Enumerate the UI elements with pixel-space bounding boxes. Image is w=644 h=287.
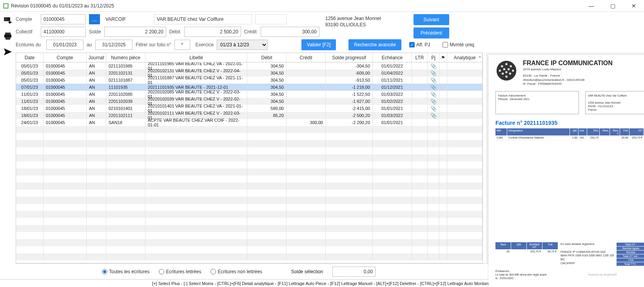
valider-button[interactable]: Valider [F2] xyxy=(301,39,336,50)
col-analytique[interactable]: Analytique▾ xyxy=(447,53,483,62)
mvmte-checkbox[interactable]: Mvmté uniq. xyxy=(443,42,475,48)
table-row[interactable] xyxy=(16,147,483,154)
debit-label: Débit xyxy=(169,29,181,35)
table-row[interactable] xyxy=(16,168,483,175)
check-icon: ✓ xyxy=(409,42,415,48)
table-row[interactable]: 24/01/2301000045ANSAN18ACPTE VAR BEAUTE … xyxy=(16,119,483,126)
attachment-icon[interactable]: 📎 xyxy=(430,70,437,76)
attachment-icon[interactable]: 📎 xyxy=(430,91,437,97)
svg-rect-1 xyxy=(4,4,8,7)
close-button[interactable]: ✕ xyxy=(629,1,639,11)
code-field xyxy=(103,14,151,24)
svg-point-8 xyxy=(505,63,508,65)
col-debit[interactable]: Débit xyxy=(247,53,287,62)
header-row-3: Ecritures du au Filtrer sur folio n° Exe… xyxy=(16,39,644,50)
company-logo-icon xyxy=(495,60,517,82)
table-row[interactable] xyxy=(16,211,483,218)
document-preview[interactable]: FRANCE IP COMMUNICATION 1073 avenue Loui… xyxy=(488,55,644,287)
svg-point-10 xyxy=(510,65,512,68)
table-row[interactable] xyxy=(16,190,483,197)
attachment-icon[interactable]: 📎 xyxy=(430,84,437,90)
table-row[interactable] xyxy=(16,175,483,183)
radio-nonlettrees[interactable]: Ecritures non lettrées xyxy=(210,269,262,274)
header-row-2: Collectif Solde Débit Crédit xyxy=(16,27,644,37)
uncheck-icon xyxy=(443,42,448,48)
table-row[interactable]: 05/01/2301000045AN021110188720211101887 … xyxy=(16,77,483,84)
titlebar: Révision 01000045 du 01/01/2023 au 31/12… xyxy=(0,0,644,12)
col-flag[interactable]: ⚑ xyxy=(439,53,447,62)
grid-header: Date Compte Journal▾ Numéro pièce Libell… xyxy=(16,53,483,62)
compte-input[interactable] xyxy=(41,14,86,24)
col-echeance[interactable]: Echéance xyxy=(373,53,412,62)
date-from-input[interactable] xyxy=(46,40,83,50)
col-piece[interactable]: Numéro pièce xyxy=(106,53,145,62)
radio-lettrees[interactable]: Ecritures lettrées xyxy=(159,269,201,274)
maximize-button[interactable]: ▢ xyxy=(608,1,617,11)
svg-rect-3 xyxy=(7,17,10,21)
table-row[interactable]: 05/01/2301000045AN021110198520211101985 … xyxy=(16,62,483,69)
send-icon[interactable] xyxy=(2,46,13,57)
recherche-button[interactable]: Recherche avancée xyxy=(348,39,401,50)
col-pj[interactable]: Pj xyxy=(428,53,439,62)
attachment-icon[interactable]: 📎 xyxy=(430,77,437,83)
attachment-icon[interactable]: 📎 xyxy=(430,106,437,112)
minimize-button[interactable]: — xyxy=(587,1,596,11)
compte-lookup-button[interactable]: ... xyxy=(89,14,100,24)
folio-input[interactable] xyxy=(174,40,190,50)
aff-pj-checkbox[interactable]: ✓ Aff. PJ xyxy=(409,42,430,48)
col-date[interactable]: Date xyxy=(16,53,44,62)
collectif-label: Collectif xyxy=(16,29,38,35)
table-row[interactable] xyxy=(16,161,483,168)
suivant-button[interactable]: Suivant xyxy=(414,14,449,25)
totals-block: Total HT :253,75 € Remise lignes0,00 € R… xyxy=(617,242,644,266)
svg-point-14 xyxy=(512,69,514,72)
doc-line2: 83130 - La Garde - France xyxy=(523,74,613,78)
table-row[interactable] xyxy=(16,239,483,246)
table-row[interactable]: 07/01/2301000045AN1110193520211101935 VA… xyxy=(16,84,483,91)
table-row[interactable] xyxy=(16,154,483,161)
preview-panel: FRANCE IP COMMUNICATION 1073 avenue Loui… xyxy=(486,53,644,263)
exercice-select[interactable]: 01/23 à 12/23 xyxy=(217,40,268,50)
attachment-icon[interactable]: 📎 xyxy=(430,63,437,69)
print-icon[interactable] xyxy=(2,31,13,42)
collectif-input[interactable] xyxy=(41,27,86,37)
table-row[interactable]: 11/01/2301000045AN220110203920220102039 … xyxy=(16,98,483,105)
col-solde[interactable]: Solde progressif xyxy=(326,53,373,62)
table-row[interactable]: 18/01/2301000045AN021010140120210101401 … xyxy=(16,105,483,112)
doc-addr: 1073 avenue Louis Masson xyxy=(523,68,613,71)
table-row[interactable] xyxy=(16,140,483,147)
doc-box-left: Facture d'abonnement Période : Décembre … xyxy=(495,91,579,114)
tax-table: TauxQtéMontant HTTva 20253,75 €50,75 € xyxy=(495,242,558,266)
doc-table-header: RéfDésignationQtéUni.PrixRemRem 2TVAHT xyxy=(495,128,644,135)
filter-icon[interactable]: ▾ xyxy=(103,55,105,59)
attachment-icon[interactable]: 📎 xyxy=(430,99,437,104)
col-journal[interactable]: Journal▾ xyxy=(87,53,106,62)
table-row[interactable]: 18/01/2301000045AN220110211120220102111 … xyxy=(16,112,483,119)
name-field xyxy=(154,14,252,24)
au-label: au xyxy=(87,42,92,48)
table-row[interactable] xyxy=(16,183,483,190)
doc-table-row: CAMContrat d'Assistance Matériel1.00UN25… xyxy=(495,135,644,140)
col-compte[interactable]: Compte xyxy=(44,53,87,62)
table-row[interactable] xyxy=(16,197,483,204)
col-ltr[interactable]: LTR xyxy=(412,53,428,62)
table-row[interactable] xyxy=(16,232,483,239)
table-row[interactable] xyxy=(16,225,483,232)
col-credit[interactable]: Crédit xyxy=(287,53,326,62)
precedent-button[interactable]: Précédent xyxy=(414,27,449,38)
table-row[interactable]: 05/01/2301000045AN220110213120220102131 … xyxy=(16,69,483,77)
table-row[interactable] xyxy=(16,253,483,260)
table-row[interactable] xyxy=(16,133,483,140)
grid-body[interactable]: 05/01/2301000045AN021110198520211101985 … xyxy=(16,62,483,263)
table-row[interactable]: 11/01/2301000045AN220110208520220102085 … xyxy=(16,91,483,98)
table-row[interactable] xyxy=(16,218,483,225)
table-row[interactable] xyxy=(16,204,483,211)
date-to-input[interactable] xyxy=(95,40,132,50)
attachment-icon[interactable]: 📎 xyxy=(430,113,437,119)
table-row[interactable] xyxy=(16,246,483,253)
filter-icon[interactable]: ▾ xyxy=(479,55,481,59)
col-libelle[interactable]: Libellé xyxy=(145,53,247,62)
table-row[interactable] xyxy=(16,126,483,133)
export-icon[interactable] xyxy=(2,15,13,26)
radio-toutes[interactable]: Toutes les écritures xyxy=(102,269,149,274)
